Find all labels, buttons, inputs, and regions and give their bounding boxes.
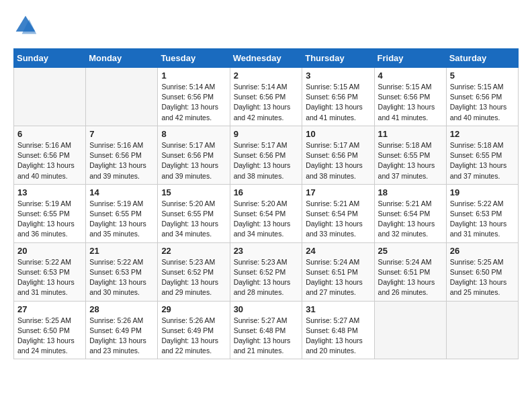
day-info: Sunrise: 5:20 AM Sunset: 6:54 PM Dayligh… [234,199,299,240]
calendar-week-row: 20Sunrise: 5:22 AM Sunset: 6:53 PM Dayli… [14,242,519,301]
day-info: Sunrise: 5:21 AM Sunset: 6:54 PM Dayligh… [378,199,443,240]
day-number: 29 [161,304,226,314]
calendar-cell: 11Sunrise: 5:18 AM Sunset: 6:55 PM Dayli… [374,126,446,184]
day-info: Sunrise: 5:14 AM Sunset: 6:56 PM Dayligh… [161,82,226,123]
day-number: 7 [89,129,154,139]
calendar-cell: 25Sunrise: 5:24 AM Sunset: 6:51 PM Dayli… [374,242,446,301]
day-number: 8 [161,129,226,139]
calendar-cell: 17Sunrise: 5:21 AM Sunset: 6:54 PM Dayli… [302,184,374,242]
calendar-cell: 31Sunrise: 5:27 AM Sunset: 6:48 PM Dayli… [302,301,374,359]
logo [13,13,40,38]
calendar-cell [86,68,158,126]
day-number: 22 [161,246,226,256]
day-info: Sunrise: 5:19 AM Sunset: 6:55 PM Dayligh… [17,199,82,240]
calendar-cell: 21Sunrise: 5:22 AM Sunset: 6:53 PM Dayli… [86,242,158,301]
day-number: 2 [234,71,299,81]
calendar-cell: 14Sunrise: 5:19 AM Sunset: 6:55 PM Dayli… [86,184,158,242]
day-info: Sunrise: 5:18 AM Sunset: 6:55 PM Dayligh… [378,140,443,181]
day-number: 25 [378,246,443,256]
day-number: 9 [234,129,299,139]
calendar-cell: 26Sunrise: 5:25 AM Sunset: 6:50 PM Dayli… [446,242,518,301]
day-info: Sunrise: 5:23 AM Sunset: 6:52 PM Dayligh… [161,257,226,298]
day-info: Sunrise: 5:27 AM Sunset: 6:48 PM Dayligh… [306,316,370,357]
day-number: 6 [17,129,82,139]
calendar-cell: 28Sunrise: 5:26 AM Sunset: 6:49 PM Dayli… [86,301,158,359]
calendar-week-row: 27Sunrise: 5:25 AM Sunset: 6:50 PM Dayli… [14,301,519,359]
day-number: 13 [17,187,82,197]
calendar-cell: 6Sunrise: 5:16 AM Sunset: 6:56 PM Daylig… [14,126,86,184]
calendar-cell: 15Sunrise: 5:20 AM Sunset: 6:55 PM Dayli… [158,184,230,242]
page-header [13,13,519,38]
calendar-cell: 2Sunrise: 5:14 AM Sunset: 6:56 PM Daylig… [230,68,302,126]
day-number: 5 [450,71,515,81]
day-info: Sunrise: 5:18 AM Sunset: 6:55 PM Dayligh… [450,140,515,181]
calendar-cell: 12Sunrise: 5:18 AM Sunset: 6:55 PM Dayli… [446,126,518,184]
day-number: 23 [234,246,299,256]
day-info: Sunrise: 5:26 AM Sunset: 6:49 PM Dayligh… [89,316,154,357]
calendar-cell: 16Sunrise: 5:20 AM Sunset: 6:54 PM Dayli… [230,184,302,242]
calendar-cell [446,301,518,359]
day-number: 10 [306,129,370,139]
calendar-week-row: 1Sunrise: 5:14 AM Sunset: 6:56 PM Daylig… [14,68,519,126]
day-number: 21 [89,246,154,256]
calendar-cell: 4Sunrise: 5:15 AM Sunset: 6:56 PM Daylig… [374,68,446,126]
day-info: Sunrise: 5:22 AM Sunset: 6:53 PM Dayligh… [450,199,515,240]
day-info: Sunrise: 5:24 AM Sunset: 6:51 PM Dayligh… [378,257,443,298]
calendar-cell: 27Sunrise: 5:25 AM Sunset: 6:50 PM Dayli… [14,301,86,359]
day-number: 24 [306,246,370,256]
calendar-cell: 20Sunrise: 5:22 AM Sunset: 6:53 PM Dayli… [14,242,86,301]
calendar-cell [374,301,446,359]
calendar-cell: 1Sunrise: 5:14 AM Sunset: 6:56 PM Daylig… [158,68,230,126]
day-info: Sunrise: 5:27 AM Sunset: 6:48 PM Dayligh… [234,316,299,357]
day-info: Sunrise: 5:22 AM Sunset: 6:53 PM Dayligh… [89,257,154,298]
day-info: Sunrise: 5:17 AM Sunset: 6:56 PM Dayligh… [161,140,226,181]
column-header-wednesday: Wednesday [230,49,302,68]
day-number: 19 [450,187,515,197]
day-info: Sunrise: 5:23 AM Sunset: 6:52 PM Dayligh… [234,257,299,298]
day-number: 14 [89,187,154,197]
day-number: 27 [17,304,82,314]
calendar-cell: 10Sunrise: 5:17 AM Sunset: 6:56 PM Dayli… [302,126,374,184]
day-info: Sunrise: 5:25 AM Sunset: 6:50 PM Dayligh… [450,257,515,298]
calendar-cell: 7Sunrise: 5:16 AM Sunset: 6:56 PM Daylig… [86,126,158,184]
day-info: Sunrise: 5:22 AM Sunset: 6:53 PM Dayligh… [17,257,82,298]
day-info: Sunrise: 5:25 AM Sunset: 6:50 PM Dayligh… [17,316,82,357]
day-info: Sunrise: 5:19 AM Sunset: 6:55 PM Dayligh… [89,199,154,240]
day-number: 30 [234,304,299,314]
calendar-cell: 9Sunrise: 5:17 AM Sunset: 6:56 PM Daylig… [230,126,302,184]
day-number: 28 [89,304,154,314]
calendar-cell: 29Sunrise: 5:26 AM Sunset: 6:49 PM Dayli… [158,301,230,359]
day-info: Sunrise: 5:16 AM Sunset: 6:56 PM Dayligh… [17,140,82,181]
calendar-cell: 30Sunrise: 5:27 AM Sunset: 6:48 PM Dayli… [230,301,302,359]
day-number: 3 [306,71,370,81]
day-info: Sunrise: 5:20 AM Sunset: 6:55 PM Dayligh… [161,199,226,240]
day-number: 17 [306,187,370,197]
day-info: Sunrise: 5:15 AM Sunset: 6:56 PM Dayligh… [450,82,515,123]
day-info: Sunrise: 5:21 AM Sunset: 6:54 PM Dayligh… [306,199,370,240]
calendar-cell: 13Sunrise: 5:19 AM Sunset: 6:55 PM Dayli… [14,184,86,242]
calendar-cell: 19Sunrise: 5:22 AM Sunset: 6:53 PM Dayli… [446,184,518,242]
day-info: Sunrise: 5:26 AM Sunset: 6:49 PM Dayligh… [161,316,226,357]
day-info: Sunrise: 5:17 AM Sunset: 6:56 PM Dayligh… [234,140,299,181]
day-info: Sunrise: 5:24 AM Sunset: 6:51 PM Dayligh… [306,257,370,298]
day-number: 20 [17,246,82,256]
column-header-thursday: Thursday [302,49,374,68]
calendar-header-row: SundayMondayTuesdayWednesdayThursdayFrid… [14,49,519,68]
day-number: 26 [450,246,515,256]
calendar-table: SundayMondayTuesdayWednesdayThursdayFrid… [13,48,519,359]
calendar-cell: 18Sunrise: 5:21 AM Sunset: 6:54 PM Dayli… [374,184,446,242]
calendar-week-row: 6Sunrise: 5:16 AM Sunset: 6:56 PM Daylig… [14,126,519,184]
day-number: 16 [234,187,299,197]
calendar-cell: 3Sunrise: 5:15 AM Sunset: 6:56 PM Daylig… [302,68,374,126]
day-info: Sunrise: 5:17 AM Sunset: 6:56 PM Dayligh… [306,140,370,181]
calendar-cell: 5Sunrise: 5:15 AM Sunset: 6:56 PM Daylig… [446,68,518,126]
day-info: Sunrise: 5:15 AM Sunset: 6:56 PM Dayligh… [306,82,370,123]
day-number: 18 [378,187,443,197]
column-header-tuesday: Tuesday [158,49,230,68]
day-info: Sunrise: 5:14 AM Sunset: 6:56 PM Dayligh… [234,82,299,123]
day-number: 12 [450,129,515,139]
day-number: 1 [161,71,226,81]
calendar-cell: 8Sunrise: 5:17 AM Sunset: 6:56 PM Daylig… [158,126,230,184]
calendar-week-row: 13Sunrise: 5:19 AM Sunset: 6:55 PM Dayli… [14,184,519,242]
day-number: 15 [161,187,226,197]
